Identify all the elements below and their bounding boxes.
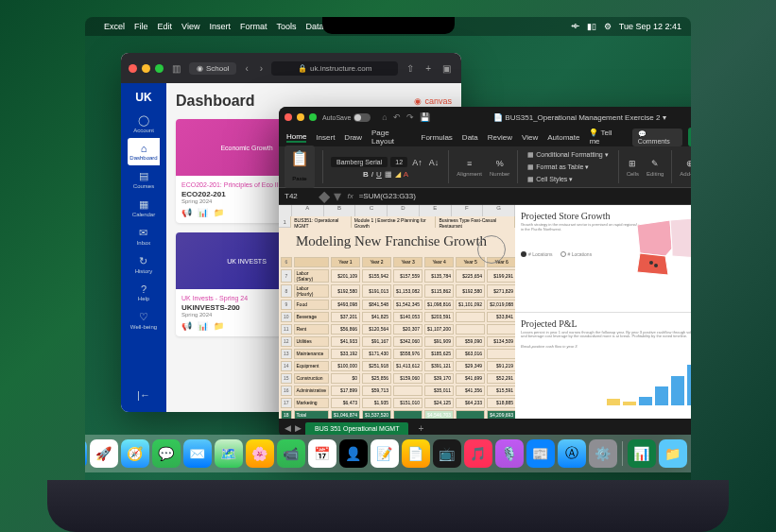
formula-input[interactable]: =SUM(G23:G33) (359, 192, 416, 200)
dock-excel[interactable]: 📊 (628, 439, 656, 468)
dock-maps[interactable]: 🗺️ (215, 439, 243, 468)
format-as-table[interactable]: ▦ Format as Table ▾ (526, 162, 591, 173)
underline-button[interactable]: U (376, 170, 382, 179)
new-tab-icon[interactable]: + (425, 63, 431, 74)
sidebar-item-help[interactable]: ?Help (128, 279, 159, 306)
dock-finder[interactable]: 😊 (85, 439, 87, 468)
dock-trash[interactable]: 🗑️ (690, 439, 692, 468)
menu-file[interactable]: File (134, 22, 148, 31)
cells-icon[interactable]: ⊞ (627, 157, 638, 170)
forward-icon[interactable]: › (260, 63, 263, 74)
dock-news[interactable]: 📰 (526, 439, 555, 468)
sidebar-item-dashboard[interactable]: ⌂Dashboard (128, 138, 159, 165)
bold-button[interactable]: B (363, 170, 369, 179)
dock-mail[interactable]: ✉️ (183, 439, 212, 468)
border-button[interactable]: ▦ (385, 170, 392, 179)
tab-view[interactable]: View (522, 133, 538, 142)
data-table[interactable]: 6Year 1Year 2Year 3Year 4Year 5Year 67La… (279, 255, 518, 420)
dock-reminders[interactable]: 📝 (371, 439, 399, 468)
menu-insert[interactable]: Insert (209, 22, 231, 31)
back-icon[interactable]: ‹ (245, 63, 248, 74)
comments-button[interactable]: 💬 Comments (632, 129, 682, 146)
tab-formulas[interactable]: Formulas (422, 133, 453, 142)
tell-me[interactable]: 💡 Tell me (589, 129, 622, 146)
menubar-app-name[interactable]: Excel (104, 22, 125, 31)
fill-color-button[interactable]: ◢ (395, 170, 401, 179)
paste-button[interactable]: 📋Paste (285, 146, 315, 188)
tab-data[interactable]: Data (462, 133, 478, 142)
dock-launchpad[interactable]: 🚀 (90, 439, 118, 468)
dock-calendar[interactable]: 📅 (308, 439, 336, 468)
dock-facetime[interactable]: 📹 (277, 439, 305, 468)
minimize-button[interactable] (142, 64, 150, 73)
close-button[interactable] (285, 113, 292, 121)
sidebar-toggle-icon[interactable]: ▥ (172, 63, 181, 74)
tab-insert[interactable]: Insert (316, 133, 335, 142)
menu-format[interactable]: Format (240, 22, 267, 31)
dock-photos[interactable]: 🌸 (246, 439, 274, 468)
sheet-tab[interactable]: BUS 351 Operational MGMT (305, 422, 408, 435)
menu-tools[interactable]: Tools (276, 22, 296, 31)
redo-icon[interactable]: ↷ (406, 112, 414, 122)
sidebar-item-account[interactable]: ◯Account (128, 110, 159, 138)
dock-tv[interactable]: 📺 (433, 439, 461, 468)
save-icon[interactable]: 💾 (420, 112, 430, 122)
sidebar-item-history[interactable]: ↻History (128, 250, 159, 279)
battery-icon[interactable]: ▮▯ (587, 22, 596, 31)
column-headers[interactable]: ABCDEFG (279, 205, 515, 216)
tab-draw[interactable]: Draw (344, 133, 362, 142)
sidebar-collapse[interactable]: |← (121, 385, 166, 406)
maximize-button[interactable] (155, 64, 164, 73)
sidebar-item-inbox[interactable]: ✉Inbox (128, 222, 159, 250)
dock-folder[interactable]: 📁 (659, 439, 687, 468)
addins-icon[interactable]: ⊕ (684, 157, 691, 170)
dock-contacts[interactable]: 👤 (339, 439, 368, 468)
italic-button[interactable]: I (371, 170, 373, 179)
undo-icon[interactable]: ↶ (393, 112, 401, 122)
dock-settings[interactable]: ⚙️ (589, 439, 617, 468)
sidebar-item-courses[interactable]: ▤Courses (128, 165, 159, 194)
font-select[interactable]: Bamberg Serial (331, 157, 388, 167)
dock-notes[interactable]: 📄 (402, 439, 430, 468)
wifi-icon[interactable]: ⬲ (571, 22, 579, 31)
dock-appstore[interactable]: Ⓐ (558, 439, 586, 468)
add-sheet-button[interactable]: + (412, 423, 429, 434)
font-color-button[interactable]: A (404, 170, 408, 179)
close-button[interactable] (129, 64, 137, 73)
sidebar-item-well-being[interactable]: ♡Well-being (128, 306, 159, 335)
autosave-toggle[interactable]: AutoSave (322, 113, 371, 122)
share-button[interactable]: 👥 Share ▾ (688, 128, 691, 146)
alignment-icon[interactable]: ≡ (465, 157, 474, 170)
tab-home[interactable]: Home (286, 132, 306, 143)
menu-edit[interactable]: Edit (158, 22, 173, 31)
dock-podcasts[interactable]: 🎙️ (495, 439, 524, 468)
number-format-icon[interactable]: % (494, 157, 506, 170)
home-icon[interactable]: ⌂ (382, 112, 387, 122)
dock-messages[interactable]: 💬 (152, 439, 181, 468)
menubar-clock[interactable]: Tue Sep 12 2:41 (619, 22, 681, 31)
editing-icon[interactable]: ✎ (649, 157, 661, 170)
dock-safari[interactable]: 🧭 (121, 439, 149, 468)
tab-page-layout[interactable]: Page Layout (371, 129, 411, 146)
canvas-uk-logo[interactable]: UK (135, 91, 151, 104)
minimize-button[interactable] (297, 113, 304, 121)
browser-tab[interactable]: ◉ School (189, 62, 236, 75)
fx-icon[interactable]: fx (347, 192, 353, 200)
control-center-icon[interactable]: ⚙ (604, 22, 612, 31)
font-size-select[interactable]: 12 (390, 157, 407, 167)
tab-review[interactable]: Review (488, 133, 512, 142)
cell-styles[interactable]: ▦ Cell Styles ▾ (526, 174, 575, 185)
menu-view[interactable]: View (181, 22, 199, 31)
sheet-nav-prev[interactable]: ◀ (285, 423, 291, 433)
tab-automate[interactable]: Automate (547, 133, 579, 142)
document-title[interactable]: 📄 BUS351_Operational Management Exercise… (436, 113, 691, 122)
maximize-button[interactable] (309, 113, 317, 121)
sheet-nav-next[interactable]: ▶ (295, 423, 302, 433)
decrease-font-icon[interactable]: A↓ (427, 156, 441, 169)
increase-font-icon[interactable]: A↑ (410, 156, 424, 169)
dock-music[interactable]: 🎵 (464, 439, 492, 468)
address-bar[interactable]: 🔒 uk.instructure.com (271, 61, 398, 76)
name-box[interactable]: T42 (285, 192, 313, 200)
conditional-formatting[interactable]: ▦ Conditional Formatting ▾ (526, 149, 610, 161)
share-icon[interactable]: ⇧ (406, 63, 414, 74)
